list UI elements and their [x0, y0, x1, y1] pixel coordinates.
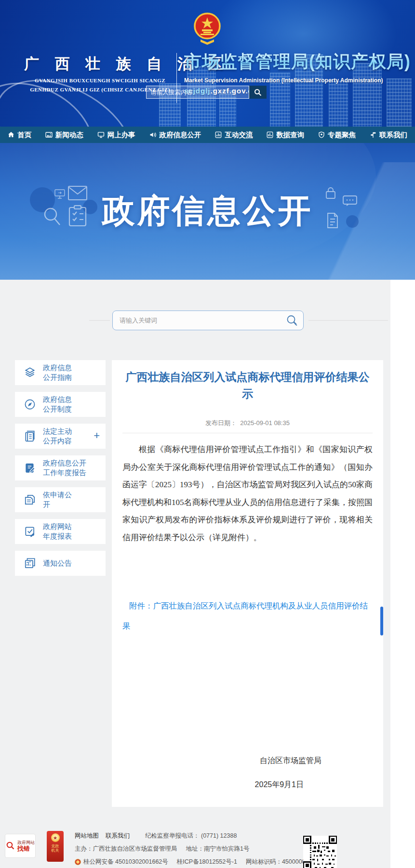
sidebar-item-website-annual-report[interactable]: 政府网站年度报表 [15, 519, 106, 544]
footer-text: 网站地图 联系我们 纪检监察举报电话： (0771) 12388 主办：广西壮族… [75, 832, 315, 868]
nav-label: 新闻动态 [55, 130, 83, 140]
search-icon [254, 89, 262, 96]
main-nav: 首页 新闻动态 网上办事 政府信息公开 互动交流 数据查询 专题聚焦 联系我们 [0, 127, 415, 143]
home-icon [8, 131, 14, 138]
banner-title: 政府信息公开 [0, 189, 415, 233]
header-search [146, 86, 267, 99]
footer-link-contact[interactable]: 联系我们 [106, 832, 130, 840]
nav-label: 首页 [17, 130, 31, 140]
article-body: 根据《商标代理信用评价管理试点工作指引》和《国家知识产权局办公室关于深化商标代理… [122, 441, 373, 546]
nav-item-interaction[interactable]: 互动交流 [215, 130, 253, 140]
sidebar-item-notices[interactable]: 通知公告 [15, 551, 106, 576]
nav-label: 政府信息公开 [160, 130, 201, 140]
icp-record[interactable]: 桂ICP备18012552号-1 [177, 858, 237, 866]
sidebar-label: 政府信息公开指南 [43, 363, 72, 382]
region-subtitle-1: GVANGJSIH BOUXCUENGH SWCIGIH SICANGZ [24, 78, 176, 83]
signpost-icon [370, 131, 376, 138]
title-divider [122, 433, 373, 433]
attachment-link[interactable]: 附件：广西壮族自治区列入试点商标代理机构及从业人员信用评价结果 [122, 596, 373, 636]
host-info: 主办：广西壮族自治区市场监督管理局 [75, 845, 177, 853]
keyword-search [112, 311, 304, 330]
data-chart-icon [267, 131, 273, 138]
public-security-badge-icon [75, 859, 81, 865]
scrollbar-thumb[interactable] [380, 607, 383, 635]
nav-item-home[interactable]: 首页 [8, 130, 31, 140]
publish-date: 发布日期： 2025-09-01 08:35 [112, 419, 383, 428]
online-service-icon [97, 131, 105, 138]
address-info: 地址：南宁市怡宾路1号 [186, 845, 250, 853]
page: 广 西 壮 族 自 治 区 GVANGJSIH BOUXCUENGH SWCIG… [0, 0, 415, 868]
nav-item-data-query[interactable]: 数据查询 [267, 130, 304, 140]
nav-item-news[interactable]: 新闻动态 [45, 130, 83, 140]
sidebar-label: 法定主动公开内容 [43, 427, 72, 446]
site-header: 广 西 壮 族 自 治 区 GVANGJSIH BOUXCUENGH SWCIG… [0, 0, 415, 127]
gov-badge-emblem-icon: ★ [51, 833, 60, 842]
news-icon [45, 131, 53, 138]
interaction-chart-icon [215, 131, 222, 138]
content-area: 政府信息公开指南 政府信息公开制度 法定主动公开内容 + 政府信息公开工作年度报… [0, 280, 390, 868]
header-search-input[interactable] [146, 86, 249, 99]
sidebar-label: 通知公告 [43, 558, 72, 568]
find-error-icon [6, 841, 15, 851]
bureau-title: 市场监督管理局(知识产权局) [184, 50, 412, 74]
find-error-badge[interactable]: 政府网站 找错 [5, 834, 36, 858]
keyword-search-input[interactable] [113, 317, 286, 324]
nav-label: 联系我们 [379, 130, 407, 140]
article-card: 广西壮族自治区列入试点商标代理信用评价结果公示 发布日期： 2025-09-01… [112, 360, 383, 807]
nav-item-contact[interactable]: 联系我们 [370, 130, 407, 140]
magnifier-key-icon[interactable] [286, 314, 298, 327]
sidebar-label: 依申请公开 [43, 490, 72, 509]
divider-line [89, 320, 110, 321]
compass-icon [24, 398, 36, 411]
shield-icon [318, 131, 325, 138]
article-signature-date: 2025年9月1日 [255, 780, 304, 790]
nav-label: 数据查询 [276, 130, 304, 140]
security-record[interactable]: 桂公网安备 45010302001662号 [83, 858, 168, 866]
documents-icon [24, 493, 36, 506]
nav-label: 专题聚焦 [328, 130, 356, 140]
expand-plus-icon[interactable]: + [94, 429, 100, 442]
divider-line [308, 320, 388, 321]
page-banner: 政府信息公开 [0, 143, 415, 280]
sidebar-label: 政府信息公开工作年度报告 [43, 458, 86, 478]
find-error-text: 政府网站 找错 [17, 840, 35, 852]
sidebar-item-disclosure-on-request[interactable]: 依申请公开 [15, 487, 106, 512]
checkbox-pencil-icon [24, 525, 36, 538]
nav-item-info-disclosure[interactable]: 政府信息公开 [149, 130, 201, 140]
sidebar-label: 政府信息公开制度 [43, 395, 72, 414]
region-title: 广 西 壮 族 自 治 区 [24, 54, 176, 74]
header-search-button[interactable] [249, 86, 267, 99]
chart-frame-icon [24, 557, 36, 570]
sidebar-item-disclosure-guide[interactable]: 政府信息公开指南 [15, 360, 106, 385]
report-phone: 纪检监察举报电话： (0771) 12388 [145, 832, 237, 840]
sidebar-item-disclosure-system[interactable]: 政府信息公开制度 [15, 392, 106, 417]
article-title: 广西壮族自治区列入试点商标代理信用评价结果公示 [123, 369, 372, 402]
clipboard-pencil-icon [24, 462, 36, 474]
layers-icon [24, 366, 36, 379]
article-signature: 自治区市场监管局 [260, 756, 321, 766]
megaphone-icon [149, 131, 157, 138]
book-icon [24, 430, 36, 442]
nav-item-online-service[interactable]: 网上办事 [97, 130, 135, 140]
bureau-subtitle: Market Supervision Administration (Intel… [184, 77, 412, 84]
nav-item-topics[interactable]: 专题聚焦 [318, 130, 356, 140]
nav-label: 互动交流 [225, 130, 253, 140]
national-emblem-icon [194, 12, 221, 50]
qr-code [303, 836, 337, 868]
sidebar-item-annual-report[interactable]: 政府信息公开工作年度报告 [15, 455, 106, 480]
sidebar-item-mandatory-disclosure[interactable]: 法定主动公开内容 + [15, 424, 106, 449]
nav-label: 网上办事 [107, 130, 135, 140]
gov-agency-badge[interactable]: ★ 党政机关 [47, 831, 64, 862]
sidebar-label: 政府网站年度报表 [43, 522, 72, 541]
gov-badge-text: 党政机关 [52, 844, 59, 853]
footer-link-sitemap[interactable]: 网站地图 [75, 832, 99, 840]
